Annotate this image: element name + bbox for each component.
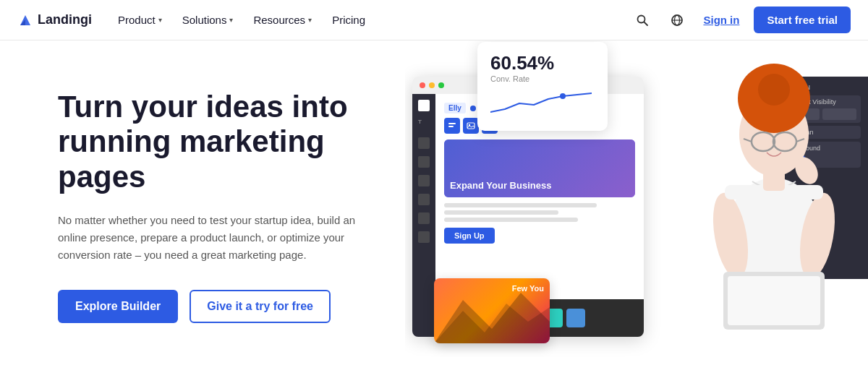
traffic-light-yellow [429,82,435,88]
conversion-rate-card: 60.54% Conv. Rate [477,42,608,131]
svg-point-21 [758,74,790,106]
sidebar-layout-icon [418,156,430,168]
signin-button[interactable]: Sign in [700,8,742,32]
lp-expand-title: Expand Your Business [450,180,551,192]
lp-expand-text: Expand Your Business [450,180,551,192]
lp-indicator-dot [470,106,476,111]
explore-builder-button[interactable]: Explore Builder [58,290,178,323]
lp-line-3 [444,218,578,222]
nav-label-solutions: Solutions [182,14,227,26]
lp-line-1 [444,203,597,207]
sidebar-add-icon [418,175,430,186]
lp-content-lines [444,203,635,222]
lp-user-tag: Elly [444,103,466,113]
svg-line-3 [644,22,648,25]
svg-rect-30 [763,169,785,191]
landscape-bg: Few You [434,278,550,343]
align-icon [448,121,456,130]
nav-label-resources: Resources [253,14,305,26]
sidebar-resize-icon [418,194,430,205]
hero-right: 60.54% Conv. Rate T [405,40,868,365]
landscape-card: Few You [434,278,550,343]
nav-item-solutions[interactable]: Solutions ▾ [174,8,242,32]
sidebar-code-icon [418,231,430,243]
svg-point-7 [560,93,566,99]
nav-item-product[interactable]: Product ▾ [109,8,171,32]
lp-tool-2[interactable] [463,118,479,134]
hero-left: Turn your ideas into running marketing p… [0,40,405,365]
logo-text: Landingi [38,12,92,27]
hero-section: Turn your ideas into running marketing p… [0,40,868,365]
globe-icon [671,14,684,27]
lp-line-2 [444,210,558,215]
chevron-down-icon: ▾ [158,16,162,24]
editor-sidebar: T [412,94,435,337]
hero-subtext: No matter whether you need to test your … [58,212,362,264]
sidebar-text-icon: T [418,119,430,130]
lp-signup-button[interactable]: Sign Up [444,228,495,244]
sidebar-settings-icon [418,212,430,224]
nav-label-product: Product [118,14,156,26]
trial-button[interactable]: Start free trial [754,7,851,33]
search-icon [636,14,649,27]
nav-label-pricing: Pricing [332,14,365,26]
chevron-down-icon: ▾ [308,16,312,24]
person-illustration [694,40,854,351]
chevron-down-icon: ▾ [229,16,233,24]
conversion-rate-label: Conv. Rate [490,74,595,83]
hero-buttons: Explore Builder Give it a try for free [58,290,376,323]
mock-container: 60.54% Conv. Rate T [405,40,868,365]
nav-item-resources[interactable]: Resources ▾ [244,8,320,32]
nav-items: Product ▾ Solutions ▾ Resources ▾ Pricin… [109,8,631,32]
lp-hero-section: Expand Your Business [444,139,635,197]
nav-right: Sign in Start free trial [631,7,851,33]
conversion-rate-value: 60.54% [490,52,595,74]
swatch-light-blue[interactable] [566,309,585,327]
sidebar-image-icon [418,137,430,149]
conversion-chart [490,89,592,118]
image-icon [467,121,475,130]
free-trial-button[interactable]: Give it a try for free [190,290,331,323]
logo-link[interactable]: Landingi [17,12,92,28]
nav-item-pricing[interactable]: Pricing [323,8,374,32]
svg-rect-8 [448,123,456,124]
traffic-light-red [420,82,425,88]
svg-rect-28 [728,276,820,325]
hero-heading: Turn your ideas into running marketing p… [58,90,376,194]
sidebar-cursor-icon [418,100,430,111]
person-svg [694,40,854,351]
search-button[interactable] [631,9,654,32]
logo-icon [17,12,33,28]
navigation: Landingi Product ▾ Solutions ▾ Resources… [0,0,868,40]
lp-tool-1[interactable] [444,118,460,134]
svg-rect-9 [448,126,454,127]
language-button[interactable] [665,9,689,32]
traffic-light-green [438,82,444,88]
landscape-text: Few You [512,284,544,293]
landscape-title: Few You [512,284,544,293]
